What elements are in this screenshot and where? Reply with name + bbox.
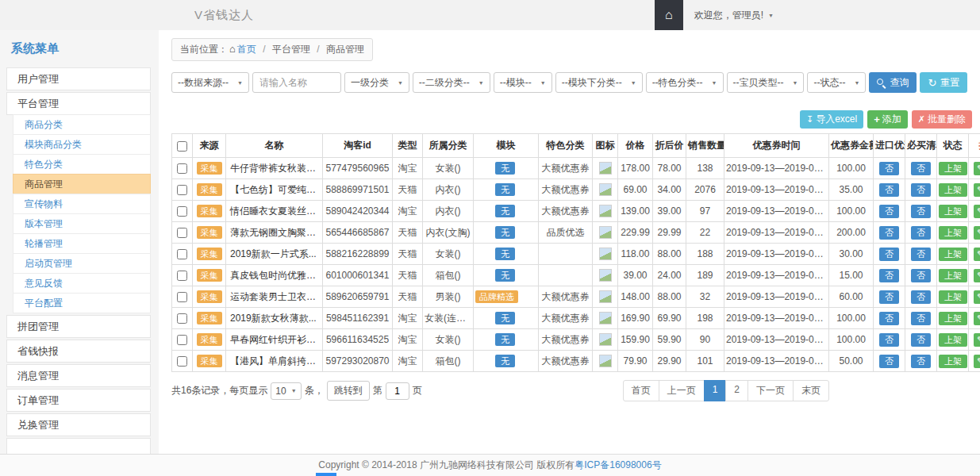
select-all-checkbox[interactable]: [177, 141, 187, 152]
add-button[interactable]: +添加: [867, 110, 908, 129]
status-toggle[interactable]: 上架: [939, 312, 967, 325]
must-buy-toggle[interactable]: 否: [911, 162, 931, 175]
import-select-toggle[interactable]: 否: [879, 205, 899, 218]
edit-button[interactable]: ✎: [974, 183, 980, 197]
filter-select[interactable]: --特色分类--▼: [646, 72, 724, 93]
page-button[interactable]: 上一页: [659, 380, 705, 401]
import-select-toggle[interactable]: 否: [879, 355, 899, 368]
breadcrumb-home-link[interactable]: 首页: [237, 44, 256, 55]
must-buy-toggle[interactable]: 否: [911, 312, 931, 325]
page-size-select[interactable]: 10▼: [271, 382, 301, 400]
import-select-toggle[interactable]: 否: [879, 248, 899, 261]
sidebar-subitem[interactable]: 意见反馈: [13, 273, 151, 294]
edit-button[interactable]: ✎: [974, 312, 980, 325]
sidebar-subitem[interactable]: 商品分类: [13, 114, 151, 135]
sidebar-subitem[interactable]: 宣传物料: [13, 194, 151, 214]
filter-select[interactable]: --模块--▼: [494, 72, 552, 93]
sidebar-item[interactable]: 订单管理: [6, 389, 151, 412]
home-button[interactable]: ⌂: [655, 0, 683, 30]
row-checkbox[interactable]: [177, 163, 187, 174]
row-checkbox[interactable]: [177, 185, 187, 195]
edit-button[interactable]: ✎: [974, 290, 980, 304]
page-button[interactable]: 1: [704, 380, 727, 401]
page-button[interactable]: 2: [725, 380, 748, 401]
sidebar-item[interactable]: 省钱快报: [6, 340, 151, 363]
row-checkbox[interactable]: [177, 335, 187, 345]
must-buy-toggle[interactable]: 否: [911, 226, 931, 240]
row-checkbox[interactable]: [177, 313, 187, 324]
jump-button[interactable]: 跳转到: [327, 381, 370, 401]
must-buy-toggle[interactable]: 否: [911, 269, 931, 282]
filter-select[interactable]: --二级分类--▼: [413, 72, 490, 93]
status-toggle[interactable]: 上架: [939, 162, 967, 175]
icp-link[interactable]: 粤ICP备16098006号: [575, 459, 661, 470]
status-toggle[interactable]: 上架: [939, 355, 967, 368]
icon-cell: [593, 201, 618, 222]
sidebar-subitem[interactable]: 轮播管理: [13, 233, 151, 254]
reset-button[interactable]: ↻重置: [920, 72, 967, 93]
filter-select[interactable]: 一级分类▼: [344, 72, 409, 93]
must-buy-toggle[interactable]: 否: [911, 183, 931, 197]
import-select-toggle[interactable]: 否: [879, 333, 899, 347]
sidebar-subitem[interactable]: 商品管理: [13, 174, 151, 194]
sidebar-item[interactable]: 用户管理: [6, 67, 151, 90]
page-button[interactable]: 末页: [793, 380, 829, 401]
edit-button[interactable]: ✎: [974, 162, 980, 175]
sidebar-item[interactable]: 平台管理: [6, 92, 151, 115]
status-toggle[interactable]: 上架: [939, 226, 967, 240]
edit-button[interactable]: ✎: [974, 248, 980, 261]
sidebar-item-partial[interactable]: [6, 438, 151, 455]
status-toggle[interactable]: 上架: [939, 269, 967, 282]
filter-select[interactable]: --状态--▼: [807, 72, 866, 93]
edit-button[interactable]: ✎: [974, 226, 980, 240]
sidebar-subitem[interactable]: 版本管理: [13, 213, 151, 234]
status-toggle[interactable]: 上架: [939, 205, 967, 218]
name-search-input[interactable]: [252, 72, 341, 93]
edit-button[interactable]: ✎: [974, 355, 980, 368]
query-button[interactable]: 查询: [869, 72, 917, 93]
import-excel-button[interactable]: ↧导入excel: [800, 110, 863, 129]
batch-delete-button[interactable]: ✗批量删除: [912, 110, 972, 129]
page-button[interactable]: 下一页: [747, 380, 794, 401]
status-toggle[interactable]: 上架: [939, 248, 967, 261]
status-toggle[interactable]: 上架: [939, 183, 967, 197]
import-select-toggle[interactable]: 否: [879, 226, 899, 240]
row-checkbox[interactable]: [177, 249, 187, 259]
import-select-toggle[interactable]: 否: [879, 183, 899, 197]
sidebar-item[interactable]: 拼团管理: [6, 315, 151, 338]
edit-button[interactable]: ✎: [974, 333, 980, 347]
status-toggle[interactable]: 上架: [939, 333, 967, 347]
must-buy-toggle[interactable]: 否: [911, 333, 931, 347]
sidebar-item[interactable]: 消息管理: [6, 364, 151, 387]
page-button[interactable]: 首页: [623, 380, 659, 401]
row-checkbox[interactable]: [177, 356, 187, 367]
sidebar-subitem[interactable]: 平台配置: [13, 293, 151, 313]
must-buy-toggle[interactable]: 否: [911, 290, 931, 304]
sidebar-item[interactable]: 兑换管理: [6, 413, 151, 436]
sidebar-subitem[interactable]: 启动页管理: [13, 253, 151, 274]
must-buy-toggle[interactable]: 否: [911, 248, 931, 261]
import-select-toggle[interactable]: 否: [879, 312, 899, 325]
row-checkbox[interactable]: [177, 206, 187, 217]
filter-select[interactable]: --数据来源--▼: [171, 72, 249, 93]
import-select-cell: 否: [874, 286, 905, 308]
status-toggle[interactable]: 上架: [939, 290, 967, 304]
jump-page-input[interactable]: [386, 382, 409, 400]
row-checkbox[interactable]: [177, 292, 187, 302]
import-select-toggle[interactable]: 否: [879, 290, 899, 304]
edit-button[interactable]: ✎: [974, 205, 980, 218]
must-buy-toggle[interactable]: 否: [911, 205, 931, 218]
source-cell: 采集: [193, 222, 226, 244]
user-menu[interactable]: 欢迎您，管理员! ▼: [683, 0, 785, 30]
must-buy-toggle[interactable]: 否: [911, 355, 931, 368]
sidebar-subitem[interactable]: 模块商品分类: [13, 134, 151, 155]
import-select-toggle[interactable]: 否: [879, 162, 899, 175]
filter-select[interactable]: --宝贝类型--▼: [727, 72, 805, 93]
edit-button[interactable]: ✎: [974, 269, 980, 282]
filter-select[interactable]: --模块下分类--▼: [555, 72, 643, 93]
row-checkbox[interactable]: [177, 271, 187, 281]
import-select-toggle[interactable]: 否: [879, 269, 899, 282]
filter-select-value: --状态--: [813, 76, 845, 90]
sidebar-subitem[interactable]: 特色分类: [13, 154, 151, 175]
row-checkbox[interactable]: [177, 228, 187, 238]
